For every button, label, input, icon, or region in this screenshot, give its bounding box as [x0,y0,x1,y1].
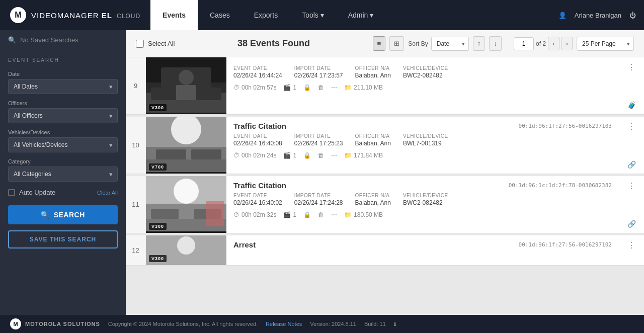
lock-icon[interactable]: 🔒 [303,211,311,218]
event-actions: ⏱ 00h 02m 24s 🎬 1 🔒 🗑 ⋯ 📁 171.84 MB [233,150,612,159]
lock-icon[interactable]: 🔒 [303,84,311,91]
events-found-heading: 38 Events Found [237,38,310,49]
clips-icon: 🎬 1 [283,84,296,91]
event-thumbnail[interactable]: V300 [146,57,226,114]
more-actions-icon[interactable]: ⋯ [331,84,337,91]
lock-icon[interactable]: 🔒 [303,152,311,159]
app-title: VIDEOMANAGER EL CLOUD [31,11,140,20]
event-details: Arrest 00:1d:96:1f:27:56-0016297102 [226,235,619,265]
delete-icon[interactable]: 🗑 [318,84,324,91]
sort-select[interactable]: Date Title Officer Vehicle [431,37,469,51]
footer-copyright: Copyright © 2024 Motorola Solutions, Inc… [108,321,258,327]
prev-page-button[interactable]: ‹ [548,37,559,50]
event-number: 12 [126,235,146,265]
event-id: 00:1d:96:1f:27:56-0016297103 [519,123,612,129]
event-thumbnail[interactable]: V300 [146,176,226,233]
auto-update-checkbox[interactable] [8,189,15,196]
sort-desc-button[interactable]: ↓ [489,36,502,51]
svg-rect-5 [151,88,176,100]
main-layout: 🔍 No Saved Searches EVENT SEARCH Date Al… [0,30,644,315]
vehicle-group: Vehicle/Device BWL7-001319 [403,133,448,147]
motorola-logo: M [10,7,26,23]
sort-select-wrap: Date Title Officer Vehicle [431,37,469,51]
per-page-select[interactable]: 25 Per Page 50 Per Page 100 Per Page [577,37,634,51]
vehicles-filter-wrapper: All Vehicles/Devices [8,137,118,152]
no-saved-searches-label: No Saved Searches [20,36,78,44]
event-thumbnail[interactable]: V300 [146,235,226,265]
category-filter-wrapper: All Categories [8,166,118,182]
svg-point-17 [174,179,199,204]
event-thumbnail[interactable]: V700 [146,117,226,174]
tab-admin[interactable]: Admin ▾ [336,0,386,30]
tab-exports[interactable]: Exports [242,0,290,30]
event-more-button[interactable]: ⋮ [627,122,635,131]
page-of-label: of 2 [536,40,546,47]
event-more-button[interactable]: ⋮ [627,240,635,250]
date-filter-select[interactable]: All Dates Today This Week This Month Cus… [8,79,118,94]
event-date-group: Event Date 02/26/24 16:40:02 [233,193,282,206]
delete-icon[interactable]: 🗑 [318,152,324,159]
footer-build: Build: 11 [364,321,386,327]
event-actions: ⏱ 00h 02m 32s 🎬 1 🔒 🗑 ⋯ 📁 180.50 MB [233,209,612,218]
more-actions-icon[interactable]: ⋯ [331,152,337,159]
officer-group: Officer N/A Balaban, Ann [355,193,391,206]
table-row: 11 V300 [126,176,644,233]
grid-view-button[interactable]: ⊞ [389,36,404,51]
vehicle-group: Vehicle/Device BWC2-082482 [403,65,448,79]
saved-searches-area: 🔍 No Saved Searches [0,30,126,50]
event-details: Traffic Citation 00:1d:96:1c:1d:2f:78-00… [226,176,619,233]
event-title-row: Arrest 00:1d:96:1f:27:56-0016297102 [233,240,612,249]
release-notes-link[interactable]: Release Notes [266,321,302,327]
more-actions-icon[interactable]: ⋯ [331,211,337,218]
table-row: 9 V300 [126,57,644,115]
select-all-label: Select All [148,40,175,47]
search-button[interactable]: 🔍 SEARCH [8,205,118,224]
officer-group: Officer N/A Balaban, Ann [355,65,391,79]
search-btn-label: SEARCH [54,211,85,219]
event-more-button[interactable]: ⋮ [627,62,635,72]
logout-icon[interactable]: ⏻ [629,12,636,19]
event-number: 9 [126,57,146,114]
tab-cases[interactable]: Cases [198,0,242,30]
search-btn-icon: 🔍 [41,211,50,219]
import-date-value: 02/26/24 17:23:57 [294,72,343,79]
save-search-button[interactable]: SAVE THIS SEARCH [8,230,118,248]
event-list: 9 V300 [126,57,644,315]
event-title: Arrest [233,240,256,249]
duration-icon: ⏱ 00h 02m 32s [233,211,276,218]
officers-filter-select[interactable]: All Officers [8,108,118,123]
svg-rect-19 [151,209,179,219]
page-input[interactable] [514,37,534,50]
list-view-button[interactable]: ≡ [373,36,386,51]
category-filter-select[interactable]: All Categories [8,166,118,182]
tab-tools[interactable]: Tools ▾ [290,0,336,30]
user-name[interactable]: Ariane Branigan [575,12,621,19]
import-date-value: 02/26/24 17:24:28 [294,199,343,206]
import-date-label: Import Date [294,133,343,139]
info-icon[interactable]: ℹ [394,321,396,327]
date-filter-label: Date [8,71,118,77]
event-date-value: 02/26/24 16:40:08 [233,140,282,147]
svg-rect-22 [206,201,224,226]
officers-filter-wrapper: All Officers [8,108,118,123]
delete-icon[interactable]: 🗑 [318,211,324,218]
tab-events[interactable]: Events [150,0,198,30]
next-page-button[interactable]: › [561,37,573,50]
event-search-label: EVENT SEARCH [0,50,126,67]
nav-right: 👤 Ariane Branigan ⏻ [558,12,644,19]
event-title: Traffic Citation [233,181,286,190]
officers-filter-section: Officers All Officers [0,96,126,125]
sort-asc-button[interactable]: ↑ [473,36,486,51]
date-filter-section: Date All Dates Today This Week This Mont… [0,67,126,96]
vehicles-filter-select[interactable]: All Vehicles/Devices [8,137,118,152]
select-all-checkbox[interactable] [136,40,144,48]
event-title-row: Traffic Citation 00:1d:96:1c:1d:2f:78-00… [233,181,612,190]
event-link-button[interactable]: 🔗 [627,220,636,228]
clear-all-button[interactable]: Clear All [97,190,118,196]
officer-label: Officer N/A [355,65,391,71]
event-link-button[interactable]: 🧳 [627,101,636,109]
vehicle-value: BWC2-082482 [403,72,448,79]
event-more-button[interactable]: ⋮ [627,181,635,191]
event-link-button[interactable]: 🔗 [627,160,636,169]
device-badge: V300 [149,255,167,262]
